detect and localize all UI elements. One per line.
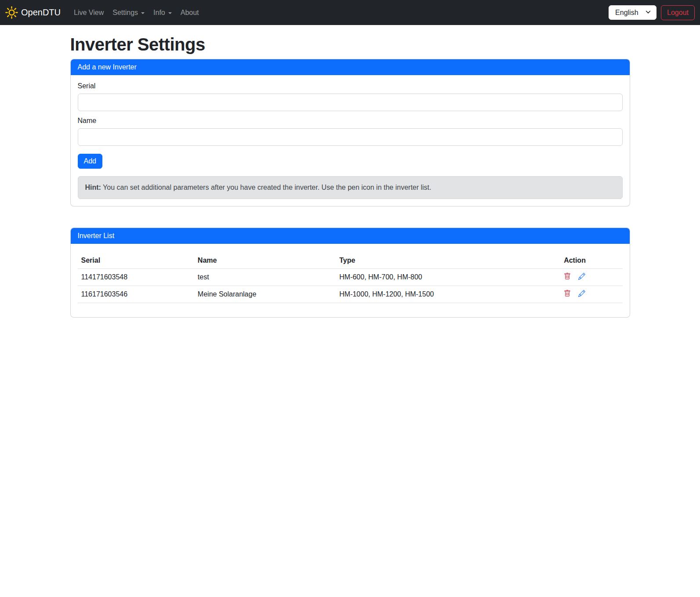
cell-action xyxy=(560,269,622,286)
nav-item-live-view[interactable]: Live View xyxy=(69,5,108,20)
serial-label: Serial xyxy=(78,82,623,90)
cell-action xyxy=(560,286,622,303)
edit-inverter-button[interactable] xyxy=(578,273,585,280)
column-header-action: Action xyxy=(560,253,622,269)
nav-item-label: Live View xyxy=(74,9,104,17)
nav-item-about[interactable]: About xyxy=(176,5,203,20)
brand-link[interactable]: OpenDTU xyxy=(5,6,61,19)
inverter-table: Serial Name Type Action 114171603548 tes… xyxy=(78,253,623,303)
hint-text: You can set additional parameters after … xyxy=(101,184,432,191)
navbar-right: English Logout xyxy=(609,5,695,20)
nav-item-label: Settings xyxy=(112,9,138,17)
serial-field-group: Serial xyxy=(78,82,623,111)
hint-alert: Hint: You can set additional parameters … xyxy=(78,176,623,199)
add-button[interactable]: Add xyxy=(78,154,102,169)
cell-type: HM-600, HM-700, HM-800 xyxy=(336,269,560,286)
pencil-icon xyxy=(578,291,585,298)
nav-links: Live View Settings Info About xyxy=(69,5,609,20)
inverter-list-card-header: Inverter List xyxy=(71,228,630,244)
serial-input[interactable] xyxy=(78,94,623,111)
language-select[interactable]: English xyxy=(609,5,656,20)
name-label: Name xyxy=(78,117,623,125)
nav-item-info[interactable]: Info xyxy=(149,5,176,20)
nav-item-label: About xyxy=(181,9,199,17)
language-select-wrap: English xyxy=(609,5,656,20)
cell-serial: 114171603548 xyxy=(78,269,194,286)
chevron-down-icon xyxy=(168,12,172,14)
delete-inverter-button[interactable] xyxy=(564,290,571,297)
add-inverter-card: Add a new Inverter Serial Name Add Hint:… xyxy=(70,59,630,206)
name-input[interactable] xyxy=(78,128,623,146)
add-inverter-card-body: Serial Name Add Hint: You can set additi… xyxy=(71,75,630,206)
navbar: OpenDTU Live View Settings Info About En… xyxy=(0,0,700,25)
nav-item-settings[interactable]: Settings xyxy=(108,5,149,20)
page-title: Inverter Settings xyxy=(70,35,630,54)
inverter-list-card: Inverter List Serial Name Type Action 11… xyxy=(70,228,630,318)
trash-icon xyxy=(564,291,571,298)
main-container: Inverter Settings Add a new Inverter Ser… xyxy=(65,25,635,335)
column-header-type: Type xyxy=(336,253,560,269)
table-row: 114171603548 test HM-600, HM-700, HM-800 xyxy=(78,269,623,286)
cell-name: test xyxy=(194,269,336,286)
logout-button[interactable]: Logout xyxy=(661,5,695,20)
trash-icon xyxy=(564,274,571,281)
name-field-group: Name xyxy=(78,117,623,146)
brand-label: OpenDTU xyxy=(21,7,61,18)
cell-serial: 116171603546 xyxy=(78,286,194,303)
edit-inverter-button[interactable] xyxy=(578,290,585,297)
hint-label: Hint: xyxy=(85,184,101,191)
cell-name: Meine Solaranlage xyxy=(194,286,336,303)
column-header-serial: Serial xyxy=(78,253,194,269)
sun-icon xyxy=(5,6,18,19)
nav-item-label: Info xyxy=(153,9,165,17)
column-header-name: Name xyxy=(194,253,336,269)
delete-inverter-button[interactable] xyxy=(564,273,571,280)
chevron-down-icon xyxy=(141,12,145,14)
table-row: 116171603546 Meine Solaranlage HM-1000, … xyxy=(78,286,623,303)
pencil-icon xyxy=(578,274,585,281)
cell-type: HM-1000, HM-1200, HM-1500 xyxy=(336,286,560,303)
table-header-row: Serial Name Type Action xyxy=(78,253,623,269)
inverter-list-card-body: Serial Name Type Action 114171603548 tes… xyxy=(71,244,630,317)
add-inverter-card-header: Add a new Inverter xyxy=(71,59,630,75)
